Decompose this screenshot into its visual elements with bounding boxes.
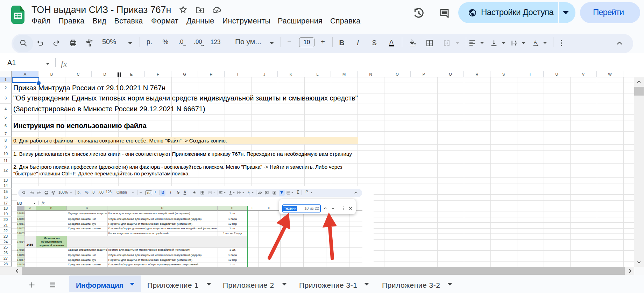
svg-text:A: A (389, 39, 394, 46)
svg-text:A: A (248, 191, 250, 194)
svg-text:A: A (184, 190, 186, 194)
svg-text:B: B (161, 190, 164, 194)
svg-text:I: I (170, 190, 171, 194)
svg-text:B: B (339, 39, 344, 47)
svg-text:S: S (177, 190, 179, 194)
svg-text:A: A (534, 40, 537, 45)
svg-text:I: I (357, 39, 359, 47)
svg-text:S: S (372, 39, 376, 47)
